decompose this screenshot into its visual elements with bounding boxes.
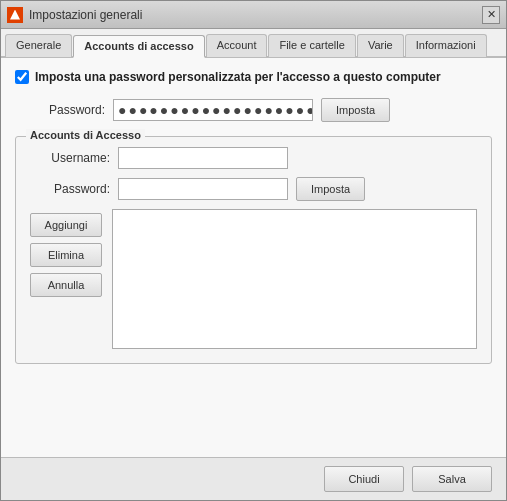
password2-input[interactable] — [118, 178, 288, 200]
group-content: Aggiungi Elimina Annulla — [30, 209, 477, 349]
username-label: Username: — [30, 151, 110, 165]
footer: Chiudi Salva — [1, 457, 506, 500]
tabs-row: Generale Accounts di accesso Account Fil… — [1, 29, 506, 58]
tab-varie[interactable]: Varie — [357, 34, 404, 57]
username-input[interactable] — [118, 147, 288, 169]
password-checkbox[interactable] — [15, 70, 29, 84]
password2-label: Password: — [30, 182, 110, 196]
left-buttons: Aggiungi Elimina Annulla — [30, 209, 102, 349]
username-row: Username: — [30, 147, 477, 169]
aggiungi-button[interactable]: Aggiungi — [30, 213, 102, 237]
tab-accounts-accesso[interactable]: Accounts di accesso — [73, 35, 204, 58]
tab-generale[interactable]: Generale — [5, 34, 72, 57]
annulla-button[interactable]: Annulla — [30, 273, 102, 297]
tab-account[interactable]: Account — [206, 34, 268, 57]
tab-file-cartelle[interactable]: File e cartelle — [268, 34, 355, 57]
app-icon — [7, 7, 23, 23]
password2-row: Password: Imposta — [30, 177, 477, 201]
accounts-group-box: Accounts di Accesso Username: Password: … — [15, 136, 492, 364]
checkbox-label: Imposta una password personalizzata per … — [35, 70, 441, 84]
main-window: Impostazioni generali ✕ Generale Account… — [0, 0, 507, 501]
chiudi-button[interactable]: Chiudi — [324, 466, 404, 492]
password-checkbox-row: Imposta una password personalizzata per … — [15, 70, 492, 84]
imposta-button-2[interactable]: Imposta — [296, 177, 365, 201]
salva-button[interactable]: Salva — [412, 466, 492, 492]
accounts-list[interactable] — [112, 209, 477, 349]
group-box-title: Accounts di Accesso — [26, 129, 145, 141]
top-password-row: Password: ●●●●●●●●●●●●●●●●●●●●● Imposta — [15, 98, 492, 122]
password-field-display[interactable]: ●●●●●●●●●●●●●●●●●●●●● — [113, 99, 313, 121]
elimina-button[interactable]: Elimina — [30, 243, 102, 267]
imposta-button-1[interactable]: Imposta — [321, 98, 390, 122]
title-bar: Impostazioni generali ✕ — [1, 1, 506, 29]
title-bar-left: Impostazioni generali — [7, 7, 142, 23]
content-area: Imposta una password personalizzata per … — [1, 58, 506, 457]
close-button[interactable]: ✕ — [482, 6, 500, 24]
window-title: Impostazioni generali — [29, 8, 142, 22]
top-password-label: Password: — [25, 103, 105, 117]
tab-informazioni[interactable]: Informazioni — [405, 34, 487, 57]
